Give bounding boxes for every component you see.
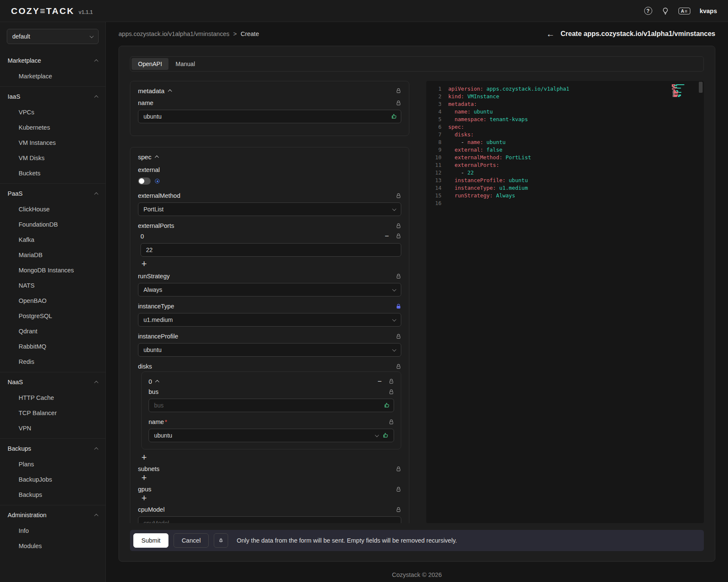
sidebar-item-tcp-balancer[interactable]: TCP Balancer — [0, 405, 105, 421]
theme-toggle-button[interactable] — [662, 7, 669, 15]
tab-openapi[interactable]: OpenAPI — [132, 58, 168, 70]
remove-item-icon[interactable]: − — [385, 233, 389, 240]
sidebar-item-mongodb-instances[interactable]: MongoDB Instances — [0, 263, 105, 278]
external-toggle[interactable] — [138, 177, 151, 185]
add-externalPort-button[interactable]: + — [141, 259, 147, 269]
externalPorts-item-input[interactable] — [141, 243, 401, 257]
thumb-up-icon[interactable] — [384, 402, 390, 408]
lock-icon[interactable] — [396, 334, 401, 339]
instanceType-select[interactable]: u1.medium — [138, 313, 401, 327]
lock-icon[interactable] — [396, 364, 401, 369]
field-instanceType: instanceType u1.medium — [138, 303, 401, 327]
form-column[interactable]: metadata name — [130, 81, 409, 523]
sidebar-item-vpcs[interactable]: VPCs — [0, 105, 105, 120]
lock-icon[interactable] — [396, 88, 401, 94]
sidebar-item-postgresql[interactable]: PostgreSQL — [0, 308, 105, 324]
add-gpu-button[interactable]: + — [141, 493, 147, 503]
sidebar-item-rabbitmq[interactable]: RabbitMQ — [0, 339, 105, 354]
externalMethod-select[interactable]: PortList — [138, 202, 401, 216]
chevron-down-icon — [90, 34, 94, 38]
sidebar-item-kubernetes[interactable]: Kubernetes — [0, 120, 105, 135]
sidebar-item-marketplace[interactable]: Marketplace — [0, 69, 105, 84]
disk-name-select[interactable]: ubuntu — [149, 429, 394, 442]
lock-icon[interactable] — [389, 379, 394, 384]
sidebar-item-vm-instances[interactable]: VM Instances — [0, 135, 105, 150]
sidebar-section-administration[interactable]: Administration — [0, 507, 105, 523]
lock-icon[interactable] — [396, 274, 401, 279]
editor-scrollbar-thumb[interactable] — [699, 82, 703, 93]
instanceProfile-select[interactable]: ubuntu — [138, 343, 401, 357]
sidebar-item-clickhouse[interactable]: ClickHouse — [0, 202, 105, 217]
runStrategy-select[interactable]: Always — [138, 283, 401, 297]
editor-gutter: 12345678910111213141516 — [426, 85, 448, 207]
sidebar-section-backups[interactable]: Backups — [0, 441, 105, 457]
debug-button[interactable] — [214, 533, 228, 548]
sidebar-item-plans[interactable]: Plans — [0, 457, 105, 472]
sidebar-item-openbao[interactable]: OpenBAO — [0, 293, 105, 308]
namespace-select[interactable]: default — [7, 29, 99, 44]
breadcrumb-path[interactable]: apps.cozystack.io/v1alpha1/vminstances — [119, 30, 229, 37]
lock-icon[interactable] — [396, 507, 401, 513]
lock-icon[interactable] — [396, 193, 401, 199]
editor-minimap[interactable] — [672, 84, 696, 98]
lock-locked-icon[interactable] — [396, 304, 401, 309]
lock-icon[interactable] — [389, 419, 394, 425]
token: instanceProfile: — [455, 177, 505, 183]
back-arrow-icon[interactable]: ← — [546, 30, 554, 38]
help-button[interactable]: ? — [644, 7, 652, 15]
minimap-seg — [677, 88, 681, 89]
lock-icon[interactable] — [396, 233, 401, 239]
metadata-name-input[interactable] — [138, 110, 401, 123]
sidebar-section-iaas[interactable]: IaaS — [0, 89, 105, 105]
thumb-up-icon[interactable] — [391, 114, 397, 119]
sidebar-section: AdministrationInfoModules — [0, 505, 105, 556]
sidebar-item-vm-disks[interactable]: VM Disks — [0, 150, 105, 166]
footer-text: Cozystack © 2026 — [106, 568, 728, 582]
chevron-up-icon — [94, 192, 99, 196]
tab-manual[interactable]: Manual — [169, 58, 201, 70]
remove-item-icon[interactable]: − — [378, 378, 382, 385]
lock-icon[interactable] — [396, 100, 401, 106]
add-disk-button[interactable]: + — [141, 453, 147, 462]
token: name: — [455, 108, 471, 115]
sidebar-item-backups[interactable]: Backups — [0, 487, 105, 502]
minimap-seg — [678, 96, 680, 97]
sidebar-item-modules[interactable]: Modules — [0, 538, 105, 554]
lock-icon[interactable] — [396, 466, 401, 472]
language-button[interactable]: A≡ — [678, 8, 690, 14]
lock-icon[interactable] — [389, 389, 394, 395]
cpuModel-input[interactable] — [138, 516, 401, 523]
sidebar-item-mariadb[interactable]: MariaDB — [0, 247, 105, 263]
metadata-section-toggle[interactable]: metadata — [138, 87, 171, 94]
lock-icon[interactable] — [396, 487, 401, 492]
field-label: subnets — [138, 466, 160, 472]
disk-bus-input[interactable] — [149, 399, 394, 412]
thumb-up-icon[interactable] — [383, 432, 389, 438]
token: ubuntu — [483, 139, 506, 145]
user-name[interactable]: kvaps — [700, 8, 717, 14]
sidebar-item-buckets[interactable]: Buckets — [0, 166, 105, 181]
field-externalPorts: externalPorts 0 − — [138, 222, 401, 257]
sidebar-item-nats[interactable]: NATS — [0, 278, 105, 293]
add-subnet-button[interactable]: + — [141, 473, 147, 482]
sidebar-item-info[interactable]: Info — [0, 523, 105, 538]
token: VMInstance — [464, 93, 499, 100]
sidebar-section-marketplace[interactable]: Marketplace — [0, 53, 105, 69]
lock-icon[interactable] — [396, 223, 401, 229]
sidebar-item-vpn[interactable]: VPN — [0, 421, 105, 436]
disk-item-toggle[interactable]: 0 — [149, 378, 159, 385]
bulb-icon — [662, 7, 669, 15]
sidebar-section-naas[interactable]: NaaS — [0, 374, 105, 390]
spec-section-toggle[interactable]: spec — [138, 153, 158, 161]
sidebar-item-qdrant[interactable]: Qdrant — [0, 324, 105, 339]
sidebar-item-foundationdb[interactable]: FoundationDB — [0, 217, 105, 232]
sidebar-item-backupjobs[interactable]: BackupJobs — [0, 472, 105, 487]
sidebar-item-http-cache[interactable]: HTTP Cache — [0, 390, 105, 405]
yaml-editor[interactable]: 12345678910111213141516 apiVersion: apps… — [426, 81, 704, 523]
editor-scroll: 12345678910111213141516 apiVersion: apps… — [426, 81, 704, 207]
sidebar-item-kafka[interactable]: Kafka — [0, 232, 105, 247]
cancel-button[interactable]: Cancel — [174, 533, 209, 548]
sidebar-item-redis[interactable]: Redis — [0, 354, 105, 369]
submit-button[interactable]: Submit — [133, 533, 168, 548]
sidebar-section-paas[interactable]: PaaS — [0, 186, 105, 202]
